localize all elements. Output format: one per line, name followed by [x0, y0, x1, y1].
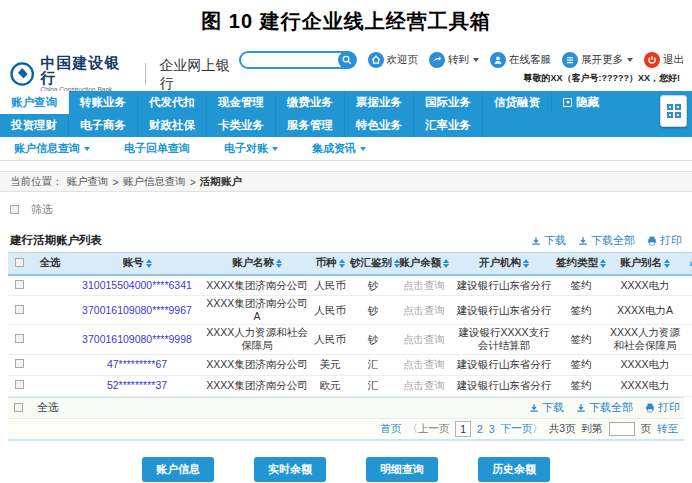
breadcrumb-current-demand-accounts: 活期账户	[200, 175, 242, 189]
nav-tab-cash-mgmt[interactable]: 现金管理	[207, 91, 276, 114]
branch-cell: 建设银行山东省分行	[452, 275, 556, 296]
chevron-down-icon	[360, 147, 366, 151]
sort-icon[interactable]	[146, 259, 152, 268]
filter-checkbox[interactable]	[10, 205, 19, 214]
goto-button[interactable]: 转至	[657, 422, 678, 436]
chevron-down-icon	[473, 58, 479, 62]
nav-tab-account-query[interactable]: 账户查询	[0, 91, 69, 114]
filter-label[interactable]: 筛选	[31, 202, 53, 217]
nav-hide-toggle[interactable]: 隐藏	[552, 91, 610, 114]
account-number-link[interactable]: 370016109080****9967	[70, 296, 204, 325]
expand-more-link[interactable]: 展开更多	[562, 52, 633, 68]
balance-query-link[interactable]: 点击查询	[396, 375, 452, 396]
currency-cell: 欧元	[310, 375, 350, 396]
select-all-checkbox[interactable]	[15, 258, 24, 267]
first-page-button[interactable]: 首页	[380, 422, 401, 436]
download-all-button[interactable]: 下载全部	[578, 233, 635, 248]
row-checkbox[interactable]	[15, 359, 24, 368]
nav-tab-exchange-rate[interactable]: 汇率业务	[414, 114, 483, 137]
goto-page-input[interactable]	[609, 422, 635, 436]
goto-link[interactable]: 转到	[429, 52, 479, 68]
sort-icon[interactable]	[664, 259, 670, 268]
subnav-e-receipt-query[interactable]: 电子回单查询	[124, 141, 190, 156]
select-all-checkbox-bottom[interactable]	[14, 403, 23, 412]
account-number-link[interactable]: 47*********67	[70, 354, 204, 375]
search-icon[interactable]	[338, 51, 356, 69]
select-all-header[interactable]: 全选	[30, 253, 70, 275]
sort-icon[interactable]	[600, 259, 606, 268]
breadcrumb-account-query[interactable]: 账户查询	[67, 175, 109, 189]
balance-query-link[interactable]: 点击查询	[396, 296, 452, 325]
goto-unit: 页	[641, 422, 652, 436]
balance-query-link[interactable]: 点击查询	[396, 275, 452, 296]
col-account-name[interactable]: 账户名称	[204, 253, 310, 275]
row-checkbox[interactable]	[15, 280, 24, 289]
balance-query-link[interactable]: 点击查询	[396, 325, 452, 354]
sort-icon[interactable]	[339, 259, 345, 268]
row-checkbox[interactable]	[15, 305, 24, 314]
sort-icon[interactable]	[443, 259, 449, 268]
col-alias[interactable]: 账户别名	[606, 253, 684, 275]
account-info-button[interactable]: 账户信息	[142, 457, 214, 482]
breadcrumb: 当前位置： 账户查询 > 账户信息查询 > 活期账户	[0, 171, 692, 192]
history-balance-button[interactable]: 历史余额	[478, 457, 550, 482]
nav-tab-transfer[interactable]: 转账业务	[69, 91, 138, 114]
page-2-button[interactable]: 2	[477, 423, 483, 435]
nav-tab-investment[interactable]: 投资理财	[0, 114, 69, 137]
search-box[interactable]	[239, 51, 357, 69]
select-all-label-bottom[interactable]: 全选	[37, 400, 59, 415]
chevron-down-icon	[84, 147, 90, 151]
balance-query-link[interactable]: 点击查询	[396, 354, 452, 375]
nav-tab-bill-pay[interactable]: 缴费业务	[276, 91, 345, 114]
nav-tab-international[interactable]: 国际业务	[414, 91, 483, 114]
nav-tab-notes[interactable]: 票据业务	[345, 91, 414, 114]
nav-grid-button[interactable]	[660, 95, 687, 127]
sort-icon[interactable]	[523, 259, 529, 268]
download-button[interactable]: 下载	[531, 233, 566, 248]
sub-nav: 账户信息查询 电子回单查询 电子对账 集成资讯	[0, 137, 692, 161]
subnav-account-info-query[interactable]: 账户信息查询	[14, 141, 90, 156]
col-currency[interactable]: 币种	[310, 253, 350, 275]
account-number-link[interactable]: 310015504000****6341	[70, 275, 204, 296]
col-balance[interactable]: 账户余额	[396, 253, 452, 275]
nav-tab-service-mgmt[interactable]: 服务管理	[276, 114, 345, 137]
welcome-link[interactable]: 欢迎页	[368, 52, 419, 68]
online-service-link[interactable]: 在线客服	[490, 52, 551, 68]
breadcrumb-prefix: 当前位置：	[10, 175, 63, 189]
nav-tab-social-security[interactable]: 财政社保	[138, 114, 207, 137]
download-all-button[interactable]: 下载全部	[576, 400, 633, 415]
row-checkbox[interactable]	[15, 380, 24, 389]
print-button[interactable]: 打印	[645, 400, 680, 415]
nav-tab-payroll[interactable]: 代发代扣	[138, 91, 207, 114]
search-input[interactable]	[247, 54, 337, 66]
subnav-e-reconciliation[interactable]: 电子对账	[224, 141, 278, 156]
prev-page-button[interactable]: 〈上一页	[407, 422, 449, 436]
col-branch[interactable]: 开户机构	[452, 253, 556, 275]
branch-cell: 建设银行山东省分行	[452, 354, 556, 375]
account-number-link[interactable]: 370016109080****9998	[70, 325, 204, 354]
sort-icon[interactable]	[276, 259, 282, 268]
page-3-button[interactable]: 3	[489, 423, 495, 435]
print-button[interactable]: 打印	[647, 233, 682, 248]
row-checkbox[interactable]	[15, 334, 24, 343]
download-icon	[529, 403, 539, 413]
nav-tab-special[interactable]: 特色业务	[345, 114, 414, 137]
nav-tab-credit[interactable]: 信贷融资	[483, 91, 552, 114]
logout-link[interactable]: 退出	[644, 52, 684, 68]
col-account[interactable]: 账号	[70, 253, 204, 275]
subnav-integrated-info[interactable]: 集成资讯	[312, 141, 366, 156]
account-number-link[interactable]: 52*********37	[70, 375, 204, 396]
hide-icon	[563, 98, 572, 107]
realtime-balance-button[interactable]: 实时余额	[254, 457, 326, 482]
col-sign-type[interactable]: 签约类型	[556, 253, 606, 275]
download-button[interactable]: 下载	[529, 400, 564, 415]
nav-tab-ecommerce[interactable]: 电子商务	[69, 114, 138, 137]
detail-query-button[interactable]: 明细查询	[366, 457, 438, 482]
more-columns-button[interactable]: »	[684, 253, 692, 275]
alias-cell: XXXX电力	[606, 354, 684, 375]
col-cash-remit[interactable]: 钞汇鉴别	[350, 253, 396, 275]
next-page-button[interactable]: 下一页〉	[501, 422, 543, 436]
breadcrumb-account-info-query[interactable]: 账户信息查询	[123, 175, 186, 189]
nav-tab-cards[interactable]: 卡类业务	[207, 114, 276, 137]
header-quick-links: 欢迎页 转到 在线客服	[239, 51, 685, 69]
